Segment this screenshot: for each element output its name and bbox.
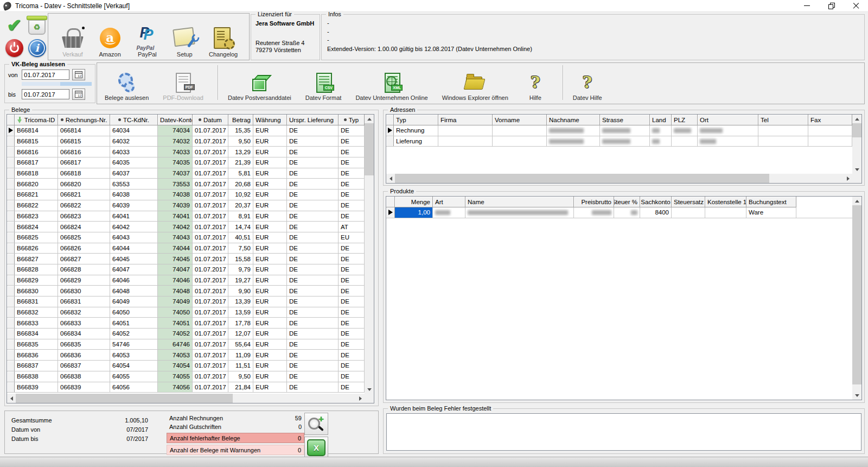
- table-cell[interactable]: 19,27: [228, 275, 253, 286]
- table-cell[interactable]: DE: [287, 222, 339, 232]
- table-cell[interactable]: EUR: [253, 179, 287, 189]
- table-cell[interactable]: 15,58: [228, 254, 253, 264]
- table-cell[interactable]: DE: [287, 318, 339, 328]
- column-header-firma[interactable]: Firma: [438, 115, 493, 125]
- confirm-button[interactable]: ✔: [3, 14, 25, 36]
- table-cell[interactable]: EUR: [253, 232, 287, 243]
- table-cell[interactable]: B66818: [15, 168, 58, 179]
- table-cell[interactable]: 64051: [110, 318, 158, 328]
- column-header-menge[interactable]: Menge: [395, 197, 433, 207]
- table-cell[interactable]: DE: [287, 361, 339, 371]
- power-button[interactable]: [3, 37, 25, 59]
- table-cell[interactable]: B66834: [15, 329, 58, 339]
- table-cell[interactable]: 01.07.2017: [193, 147, 228, 157]
- table-cell[interactable]: EUR: [253, 264, 287, 275]
- table-row[interactable]: B66820066820635537355301.07.201720,68EUR…: [7, 179, 365, 190]
- table-cell[interactable]: 64042: [110, 222, 158, 232]
- table-row[interactable]: 1,008400Ware: [386, 207, 852, 218]
- table-cell[interactable]: B66836: [15, 350, 58, 360]
- table-cell[interactable]: 01.07.2017: [193, 371, 228, 382]
- table-cell[interactable]: 01.07.2017: [193, 275, 228, 286]
- column-header-tricoma-id[interactable]: Tricoma-ID: [15, 115, 58, 125]
- table-cell[interactable]: DE: [287, 179, 339, 189]
- table-cell[interactable]: 63553: [110, 179, 158, 189]
- date-from-input[interactable]: [22, 70, 69, 80]
- table-row[interactable]: B66814066814640347403401.07.201715,35EUR…: [7, 125, 365, 136]
- table-cell[interactable]: 8,91: [228, 211, 253, 222]
- table-cell[interactable]: B66821: [15, 190, 58, 200]
- table-cell[interactable]: EUR: [253, 200, 287, 211]
- table-cell[interactable]: DE: [339, 264, 365, 275]
- table-cell[interactable]: 74051: [158, 318, 193, 328]
- table-cell[interactable]: DE: [287, 264, 339, 275]
- table-cell[interactable]: DE: [287, 339, 339, 350]
- table-cell[interactable]: B66815: [15, 136, 58, 147]
- table-cell[interactable]: [672, 136, 698, 147]
- table-cell[interactable]: [650, 136, 672, 147]
- table-cell[interactable]: 01.07.2017: [193, 190, 228, 200]
- table-cell[interactable]: B66835: [15, 339, 58, 350]
- column-header-datev-konto[interactable]: Datev-Konto: [158, 115, 193, 125]
- table-row[interactable]: B66836066836640537405301.07.201711,09EUR…: [7, 350, 365, 361]
- table-cell[interactable]: EUR: [253, 350, 287, 360]
- table-row[interactable]: B66828066828640477404701.07.20179,79EURD…: [7, 264, 365, 275]
- table-cell[interactable]: EUR: [253, 157, 287, 168]
- table-cell[interactable]: DE: [339, 286, 365, 296]
- adressen-horizontal-scrollbar[interactable]: [386, 174, 852, 183]
- table-cell[interactable]: B66831: [15, 296, 58, 307]
- table-cell[interactable]: DE: [339, 275, 365, 286]
- scroll-left-button[interactable]: [7, 394, 16, 403]
- table-cell[interactable]: DE: [287, 147, 339, 157]
- table-cell[interactable]: DE: [287, 329, 339, 339]
- scrollbar-track[interactable]: [233, 394, 356, 403]
- table-cell[interactable]: B66820: [15, 179, 58, 189]
- table-cell[interactable]: DE: [339, 307, 365, 318]
- table-cell[interactable]: 10,92: [228, 190, 253, 200]
- toolbar-button-datev-postversanddatei[interactable]: Datev Postversanddatei: [228, 72, 291, 101]
- table-row[interactable]: B66821066821640387403801.07.201710,92EUR…: [7, 190, 365, 200]
- table-cell[interactable]: DE: [339, 254, 365, 264]
- table-cell[interactable]: 74055: [158, 371, 193, 382]
- table-cell[interactable]: B66816: [15, 147, 58, 157]
- scroll-down-button[interactable]: [852, 165, 861, 174]
- table-cell[interactable]: 066817: [58, 157, 110, 168]
- table-cell[interactable]: DE: [339, 136, 365, 147]
- table-cell[interactable]: DE: [339, 147, 365, 157]
- table-cell[interactable]: [698, 136, 758, 147]
- table-cell[interactable]: 74041: [158, 211, 193, 222]
- table-cell[interactable]: 74050: [158, 307, 193, 318]
- table-cell[interactable]: 64033: [110, 147, 158, 157]
- zoom-preview-button[interactable]: +: [304, 413, 328, 435]
- table-cell[interactable]: EUR: [253, 211, 287, 222]
- close-button[interactable]: [844, 0, 868, 12]
- table-cell[interactable]: DE: [339, 318, 365, 328]
- table-cell[interactable]: DE: [287, 232, 339, 243]
- scroll-up-button[interactable]: [365, 115, 374, 123]
- table-cell[interactable]: [672, 207, 705, 218]
- table-cell[interactable]: 066835: [58, 339, 110, 350]
- table-row[interactable]: B66818066818640377403701.07.20175,81EURD…: [7, 168, 365, 179]
- toolbar-button-datev-hilfe[interactable]: ?Datev Hilfe: [573, 72, 602, 101]
- scrollbar-thumb[interactable]: [852, 123, 861, 137]
- table-cell[interactable]: 64053: [110, 350, 158, 360]
- scrollbar-track[interactable]: [365, 175, 374, 385]
- toolbar-button-changelog[interactable]: Changelog: [209, 27, 238, 58]
- scroll-up-button[interactable]: [852, 197, 861, 205]
- table-cell[interactable]: [672, 125, 698, 136]
- table-cell[interactable]: EUR: [253, 329, 287, 339]
- column-header-ort[interactable]: Ort: [698, 115, 758, 125]
- table-cell[interactable]: 066828: [58, 264, 110, 275]
- table-cell[interactable]: 066837: [58, 361, 110, 371]
- table-cell[interactable]: [438, 136, 493, 147]
- scrollbar-thumb[interactable]: [395, 174, 769, 183]
- column-header-name[interactable]: Name: [465, 197, 574, 207]
- scrollbar-track[interactable]: [852, 384, 861, 391]
- trash-button[interactable]: ♻: [26, 14, 48, 36]
- table-cell[interactable]: DE: [339, 157, 365, 168]
- table-cell[interactable]: 01.07.2017: [193, 329, 228, 339]
- table-cell[interactable]: DE: [339, 296, 365, 307]
- table-cell[interactable]: 066820: [58, 179, 110, 189]
- table-cell[interactable]: DE: [287, 296, 339, 307]
- table-cell[interactable]: 74046: [158, 275, 193, 286]
- table-cell[interactable]: EUR: [253, 275, 287, 286]
